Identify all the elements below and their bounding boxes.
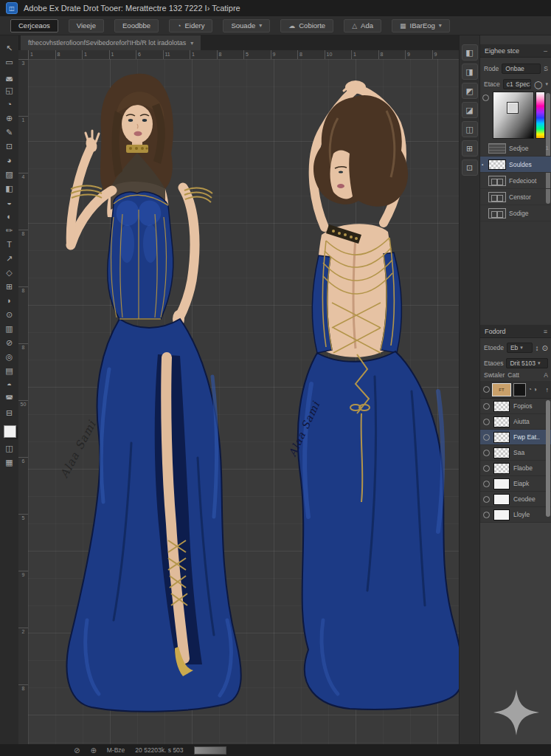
visibility-eye-icon[interactable] [482,94,489,101]
preset-list-item[interactable]: ▪ Souldes [480,157,551,173]
filter-light-icon[interactable]: ⊙ [542,344,548,352]
layer-visibility-toggle[interactable] [483,496,490,503]
preset-list-item[interactable]: Sodige [480,205,551,221]
color-cursor[interactable] [507,103,518,113]
layer-mask-thumbnail[interactable] [513,383,526,396]
pen-tool[interactable]: ✏ [0,224,18,238]
layer-row[interactable]: Saa [480,445,551,461]
actions-panel-icon[interactable]: ◪ [462,102,478,118]
clone-stamp-tool[interactable]: ⊡ [0,140,18,154]
panel-icon: ◪ [465,106,473,115]
dodge-tool[interactable]: ◐ [0,210,18,224]
canvas-area[interactable]: Alaa Sami Alaa Sami [28,59,459,744]
adjustments-panel-icon[interactable]: ⊞ [462,140,478,157]
layer-visibility-toggle[interactable] [483,512,490,518]
foreground-color-swatch[interactable] [4,425,16,438]
blend-select[interactable]: c1 Spec3 [503,79,532,89]
hue-slider[interactable] [536,92,545,139]
caret-down-icon[interactable]: ▾ [545,81,548,87]
layer-row[interactable]: Fwp Eat.. [480,430,551,445]
layer-row[interactable]: Flaobe [480,461,551,476]
layer-visibility-toggle[interactable] [483,434,490,441]
tab-properties[interactable]: Eighee stce [485,47,519,55]
mixer-brush-tool[interactable]: ◓ [0,378,18,392]
lock-all-icon[interactable]: A [544,371,548,379]
panel-menu-icon[interactable]: ≡ [544,328,547,335]
actionbar-button[interactable]: ▦ IBarEog ▾ [392,19,450,32]
arrow-up-icon[interactable]: ↑ [546,386,550,394]
eraser-tool[interactable]: ▨ [0,168,18,182]
filter-select[interactable]: Eb ▾ [507,343,533,353]
color-gradient-picker[interactable] [493,92,534,139]
slice-tool[interactable]: ⊘ [0,336,18,350]
layer-row[interactable]: Lloyle [480,507,551,523]
path-select-tool[interactable]: ↗ [0,252,18,266]
layer-visibility-toggle[interactable] [483,419,490,425]
lasso-tool[interactable]: ◛ [0,69,18,83]
preset-list-item[interactable]: Censtor [480,189,551,205]
marquee-tool[interactable]: ▭ [0,55,18,69]
layer-row[interactable]: Aiutta [480,414,551,430]
count-tool[interactable]: ◎ [0,350,18,364]
brush-tool[interactable]: ✎ [0,126,18,140]
tab-layers[interactable]: Fodord [485,328,506,335]
info-panel-icon[interactable]: ◩ [462,83,478,99]
opacity-select[interactable]: Drit 5103 ▾ [506,358,548,368]
history-panel-icon[interactable]: ◫ [462,121,478,137]
layer-visibility-toggle[interactable] [483,386,490,393]
actionbar-button[interactable]: ☁ Cobiorte [280,19,333,32]
shape-tool[interactable]: ◇ [0,266,18,280]
move-tool[interactable]: ↖ [0,41,18,55]
mode-select[interactable]: Onbae [502,63,541,74]
status-icon-rotate[interactable]: ⊘ [74,746,80,755]
scrollbar[interactable] [546,400,550,517]
layer-row[interactable]: Fopios [480,399,551,414]
ruler-tick: 50 [18,400,28,457]
history-brush-tool[interactable]: ◕ [0,154,18,168]
actionbar-button[interactable]: Eoodbbe [114,19,159,32]
navigator-panel-icon[interactable]: ◧ [462,44,478,61]
actionbar-button[interactable]: Vieeje [69,19,104,32]
blur-tool[interactable]: ◒ [0,196,18,210]
figure-back [298,80,459,709]
duplicate-tool[interactable]: ⊟ [0,406,18,420]
tool-icon: ◎ [6,350,13,364]
note-tool[interactable]: ▤ [0,364,18,378]
actionbar-button[interactable]: ◔ Eidery [169,19,212,32]
frame-tool[interactable]: ⊞ [0,280,18,294]
preset-list-item[interactable]: Fedecioot [480,173,551,189]
status-icon-zoom[interactable]: ⊕ [90,746,96,755]
layer-visibility-toggle[interactable] [483,481,490,487]
circle-icon[interactable]: ◯ [534,80,542,89]
layer-row[interactable]: Eiapk [480,476,551,492]
zoom-tool[interactable]: ⊙ [0,308,18,322]
screen-mode-tool[interactable]: ▦ [0,456,18,470]
actionbar-button[interactable]: Souade ▾ [223,19,270,32]
layer-visibility-toggle[interactable] [483,403,490,410]
layer-visibility-toggle[interactable] [483,465,490,472]
app-logo-icon: ◫ [6,2,18,14]
preset-list-item[interactable]: Sedjoe 1 [480,140,551,157]
gradient-tool[interactable]: ◧ [0,182,18,196]
layer-visibility-toggle[interactable] [483,450,490,456]
quick-mask-tool[interactable]: ◫ [0,441,18,456]
brushes-panel-icon[interactable]: ⊡ [462,159,478,176]
eyedropper-tool[interactable]: ◔ [0,97,18,111]
filter-toggle-icon[interactable]: ↕ [536,344,539,352]
actionbar-button[interactable]: △ Ada [344,19,381,32]
panel-menu-icon[interactable]: – [544,47,547,55]
smudge-tool[interactable]: ◚ [0,392,18,406]
healing-brush-tool[interactable]: ⊕ [0,111,18,126]
hand-tool[interactable]: ◗ [0,294,18,308]
histogram-panel-icon[interactable]: ◨ [462,63,478,80]
preset-badge: 1 [546,145,549,151]
actionbar-button[interactable]: Cerjceaos [10,19,58,32]
document-tab[interactable]: fthecovhstlerofioonfSevibedoreforl'IHb/R… [21,35,201,50]
artboard-tool[interactable]: ▥ [0,322,18,336]
vertical-ruler[interactable]: 3148885065928 [18,59,29,744]
tool-icon: ◫ [5,441,13,456]
crop-tool[interactable]: ◱ [0,83,18,97]
type-tool[interactable]: T [0,238,18,252]
layer-row[interactable]: Ceodee [480,492,551,507]
layer-thumbnail[interactable]: FT [492,383,511,396]
